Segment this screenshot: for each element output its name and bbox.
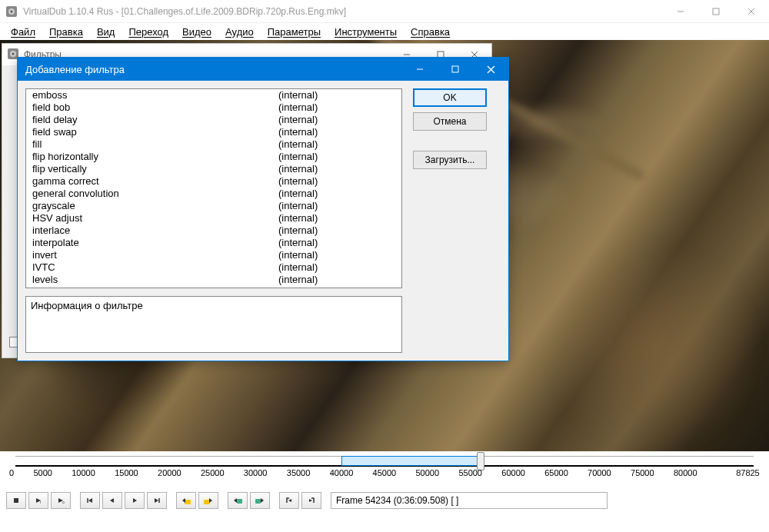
filter-list-item[interactable]: levels(internal) [26,274,401,286]
tick-label: 55000 [458,468,482,477]
timeline-track[interactable] [15,456,754,467]
menu-view[interactable]: Вид [91,25,122,39]
filter-list-item[interactable]: grayscale(internal) [26,200,401,212]
dialog-close-button[interactable] [473,58,508,81]
svg-marker-30 [182,498,185,503]
go-end-button[interactable] [147,492,167,509]
filter-list-item[interactable]: invert(internal) [26,249,401,261]
svg-point-9 [12,52,15,55]
filter-source: (internal) [278,237,318,249]
menu-file[interactable]: Файл [5,25,42,39]
tick-label: 0 [9,468,14,477]
filter-list-item[interactable]: fill(internal) [26,138,401,151]
step-fwd-button[interactable] [125,492,145,509]
minimize-button[interactable] [663,0,698,23]
go-start-button[interactable] [80,492,100,509]
load-button[interactable]: Загрузить... [413,151,487,169]
dialog-minimize-button[interactable] [402,58,438,81]
tick-label: 15000 [115,468,138,477]
filter-name: field bob [32,101,278,114]
svg-text:I: I [40,500,41,504]
tick-label: 70000 [588,468,611,477]
filter-list-item[interactable]: general convolution(internal) [26,188,401,200]
dialog-maximize-button[interactable] [438,58,473,81]
filter-name: gamma correct [32,175,278,188]
ok-button[interactable]: OK [413,88,487,107]
scene-prev-button[interactable] [228,492,248,509]
filter-list-item[interactable]: logo(internal) [26,286,401,288]
menu-go[interactable]: Переход [122,25,175,39]
filter-info-box: Информация о фильтре [25,296,402,353]
filter-source: (internal) [278,249,318,261]
timeline[interactable]: 0500010000150002000025000300003500040000… [9,456,760,485]
filter-name: emboss [32,89,278,101]
filter-list-item[interactable]: interlace(internal) [26,224,401,237]
svg-marker-26 [133,498,137,503]
svg-rect-18 [14,498,18,503]
mark-out-button[interactable] [301,492,321,509]
timeline-ticks: 0500010000150002000025000300003500040000… [9,468,760,477]
filter-source: (internal) [278,114,318,126]
filter-list[interactable]: emboss(internal)field bob(internal)field… [25,88,402,288]
frame-status: Frame 54234 (0:36:09.508) [ ] [331,492,608,509]
filter-source: (internal) [278,101,318,114]
play-output-button[interactable]: o [51,492,71,509]
svg-marker-38 [309,499,312,502]
svg-rect-35 [255,499,261,504]
filter-list-item[interactable]: field swap(internal) [26,126,401,138]
filter-name: IVTC [32,261,278,274]
filter-source: (internal) [278,224,318,237]
filter-name: logo [32,286,278,288]
close-button[interactable] [734,0,769,23]
filter-list-item[interactable]: flip vertically(internal) [26,163,401,175]
svg-point-2 [11,10,13,12]
filter-name: general convolution [32,188,278,200]
menu-audio[interactable]: Аудио [219,25,260,39]
filter-list-item[interactable]: flip horizontally(internal) [26,151,401,163]
svg-marker-37 [288,499,291,502]
add-filter-dialog: Добавление фильтра emboss(internal)field… [17,57,509,361]
svg-text:o: o [62,500,65,504]
key-prev-button[interactable] [176,492,196,509]
add-filter-titlebar[interactable]: Добавление фильтра [18,58,508,81]
filter-name: field swap [32,126,278,138]
filter-source: (internal) [278,261,318,274]
svg-rect-15 [452,66,458,72]
menu-help[interactable]: Справка [404,25,456,39]
tick-label: 5000 [33,468,52,477]
tick-label: 25000 [201,468,225,477]
mark-in-button[interactable] [279,492,299,509]
svg-rect-4 [713,8,719,15]
timeline-selection [341,456,484,466]
stop-button[interactable] [6,492,26,509]
filter-list-item[interactable]: interpolate(internal) [26,237,401,249]
menu-edit[interactable]: Правка [43,25,89,39]
filter-list-item[interactable]: emboss(internal) [26,89,401,101]
play-input-button[interactable]: I [28,492,48,509]
filter-name: grayscale [32,200,278,212]
filter-list-item[interactable]: IVTC(internal) [26,261,401,274]
filter-list-item[interactable]: field delay(internal) [26,114,401,126]
cancel-button[interactable]: Отмена [413,112,487,131]
menu-tools[interactable]: Инструменты [328,25,403,39]
filter-source: (internal) [278,163,318,175]
tick-label: 75000 [631,468,654,477]
filter-name: HSV adjust [32,212,278,224]
filter-name: invert [32,249,278,261]
svg-marker-34 [234,498,237,503]
tick-label: 10000 [72,468,95,477]
filter-source: (internal) [278,89,318,101]
filter-name: fill [32,138,278,151]
transport-toolbar: I o Frame 54234 (0:36:09.508) [ ] [6,492,763,510]
step-back-button[interactable] [102,492,122,509]
maximize-button[interactable] [698,0,734,23]
scene-next-button[interactable] [250,492,270,509]
menu-options[interactable]: Параметры [261,25,327,39]
filter-list-item[interactable]: HSV adjust(internal) [26,212,401,224]
tick-label: 35000 [287,468,311,477]
svg-marker-32 [209,498,212,503]
filter-list-item[interactable]: field bob(internal) [26,101,401,114]
filter-list-item[interactable]: gamma correct(internal) [26,175,401,188]
key-next-button[interactable] [198,492,218,509]
menu-video[interactable]: Видео [176,25,218,39]
